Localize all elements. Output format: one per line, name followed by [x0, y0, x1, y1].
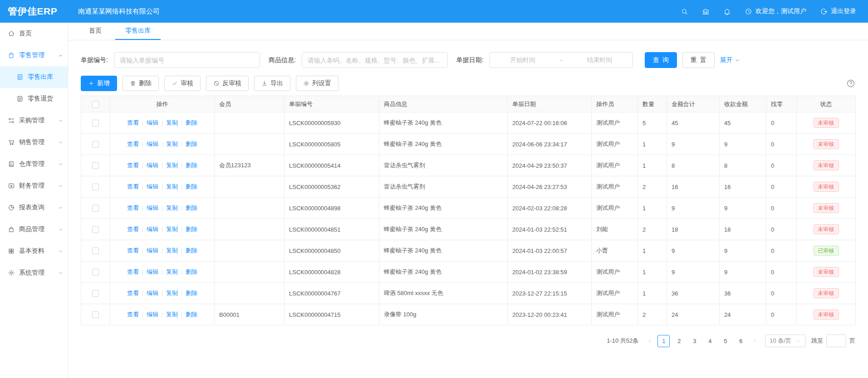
next-page-button[interactable]: [750, 338, 759, 344]
row-checkbox[interactable]: [92, 269, 99, 276]
row-action-copy[interactable]: 复制: [166, 204, 178, 211]
row-checkbox[interactable]: [92, 120, 99, 126]
row-action-view[interactable]: 查看: [127, 247, 139, 254]
row-action-edit[interactable]: 编辑: [147, 141, 158, 147]
row-action-edit[interactable]: 编辑: [147, 247, 158, 254]
column-settings-button[interactable]: 列设置: [296, 76, 338, 91]
row-action-edit[interactable]: 编辑: [147, 119, 158, 126]
row-action-edit[interactable]: 编辑: [147, 226, 158, 233]
row-action-copy[interactable]: 复制: [166, 119, 178, 126]
row-action-copy[interactable]: 复制: [166, 226, 178, 233]
action-divider: [181, 291, 182, 296]
row-checkbox[interactable]: [92, 184, 99, 190]
row-checkbox[interactable]: [92, 141, 99, 148]
row-action-delete[interactable]: 删除: [186, 204, 197, 211]
row-action-delete[interactable]: 删除: [186, 268, 197, 275]
row-action-delete[interactable]: 删除: [186, 141, 197, 147]
row-action-delete[interactable]: 删除: [186, 311, 197, 318]
select-all-checkbox[interactable]: [92, 101, 99, 108]
page-number-4[interactable]: 4: [704, 335, 716, 347]
row-action-copy[interactable]: 复制: [166, 141, 178, 147]
add-button[interactable]: 新增: [81, 76, 117, 91]
row-action-view[interactable]: 查看: [127, 183, 139, 190]
sidebar-item-home[interactable]: 首页: [0, 23, 68, 44]
row-action-view[interactable]: 查看: [127, 290, 139, 296]
row-action-view[interactable]: 查看: [127, 141, 139, 147]
audit-button[interactable]: 审核: [164, 76, 201, 91]
row-action-view[interactable]: 查看: [127, 311, 139, 318]
page-number-1[interactable]: 1: [657, 335, 670, 347]
prev-page-button[interactable]: [645, 338, 654, 344]
export-button[interactable]: 导出: [254, 76, 290, 91]
row-action-delete[interactable]: 删除: [186, 183, 197, 190]
row-checkbox[interactable]: [92, 247, 99, 254]
row-action-delete[interactable]: 删除: [186, 226, 197, 233]
bank-icon[interactable]: [702, 8, 710, 15]
sidebar-item-basic[interactable]: 基本资料: [0, 240, 68, 262]
sidebar-item-sales[interactable]: 销售管理: [0, 131, 68, 153]
search-icon[interactable]: [681, 8, 688, 15]
reset-button[interactable]: 重置: [682, 52, 715, 68]
expand-link[interactable]: 展开: [720, 56, 740, 64]
cell-member: [215, 112, 284, 134]
row-action-copy[interactable]: 复制: [166, 311, 178, 318]
welcome-user[interactable]: 欢迎您，测试用户: [745, 7, 806, 15]
column-header: 单据日期: [508, 96, 592, 112]
row-checkbox[interactable]: [92, 311, 99, 318]
page-number-6[interactable]: 6: [735, 335, 747, 347]
sidebar-item-label: 财务管理: [19, 182, 44, 190]
sidebar-item-system[interactable]: 系统管理: [0, 262, 68, 284]
tab-home[interactable]: 首页: [79, 23, 112, 40]
row-action-edit[interactable]: 编辑: [147, 290, 158, 296]
row-action-delete[interactable]: 删除: [186, 119, 197, 126]
page-number-3[interactable]: 3: [688, 335, 701, 347]
row-action-delete[interactable]: 删除: [186, 247, 197, 254]
sidebar-item-retail-out[interactable]: 零售出库: [0, 66, 68, 88]
row-checkbox[interactable]: [92, 162, 99, 169]
search-button[interactable]: 查询: [645, 52, 677, 68]
row-action-view[interactable]: 查看: [127, 226, 139, 233]
sidebar-item-goods[interactable]: 商品管理: [0, 218, 68, 240]
row-action-copy[interactable]: 复制: [166, 162, 178, 169]
bell-icon[interactable]: [723, 8, 731, 15]
row-checkbox[interactable]: [92, 290, 99, 297]
page-number-2[interactable]: 2: [673, 335, 685, 347]
delete-button[interactable]: 删除: [123, 76, 159, 91]
bill-no-input[interactable]: [114, 52, 260, 68]
sidebar-item-retail[interactable]: 零售管理: [0, 44, 68, 66]
row-action-copy[interactable]: 复制: [166, 247, 178, 254]
unaudit-button[interactable]: 反审核: [206, 76, 249, 91]
row-action-edit[interactable]: 编辑: [147, 204, 158, 211]
sidebar-item-retail-return[interactable]: 零售退货: [0, 88, 68, 110]
row-action-view[interactable]: 查看: [127, 119, 139, 126]
row-action-edit[interactable]: 编辑: [147, 183, 158, 190]
row-action-edit[interactable]: 编辑: [147, 268, 158, 275]
row-action-edit[interactable]: 编辑: [147, 162, 158, 169]
logout-link[interactable]: 退出登录: [820, 7, 856, 15]
row-checkbox[interactable]: [92, 226, 99, 233]
jump-page-input[interactable]: [826, 334, 846, 347]
cell-received: 9: [720, 240, 766, 262]
goods-input[interactable]: [302, 52, 448, 68]
row-action-delete[interactable]: 删除: [186, 290, 197, 296]
sidebar-item-purchase[interactable]: 采购管理: [0, 110, 68, 131]
page-number-5[interactable]: 5: [719, 335, 731, 347]
sidebar-item-report[interactable]: 报表查询: [0, 197, 68, 218]
row-action-view[interactable]: 查看: [127, 204, 139, 211]
row-action-edit[interactable]: 编辑: [147, 311, 158, 318]
tab-retail-out[interactable]: 零售出库: [115, 23, 161, 40]
row-action-view[interactable]: 查看: [127, 162, 139, 169]
date-range-input[interactable]: 开始时间 ~ 结束时间: [490, 52, 633, 68]
row-checkbox[interactable]: [92, 205, 99, 212]
row-action-copy[interactable]: 复制: [166, 268, 178, 275]
cell-change: 0: [766, 112, 797, 134]
page-size-select[interactable]: 10 条/页: [765, 334, 805, 347]
row-action-copy[interactable]: 复制: [166, 183, 178, 190]
cell-bill-no: LSCK00000005805: [284, 134, 379, 155]
sidebar-item-finance[interactable]: 财务管理: [0, 175, 68, 197]
help-icon[interactable]: [846, 79, 855, 88]
row-action-delete[interactable]: 删除: [186, 162, 197, 169]
row-action-view[interactable]: 查看: [127, 268, 139, 275]
sidebar-item-warehouse[interactable]: 仓库管理: [0, 153, 68, 175]
row-action-copy[interactable]: 复制: [166, 290, 178, 296]
